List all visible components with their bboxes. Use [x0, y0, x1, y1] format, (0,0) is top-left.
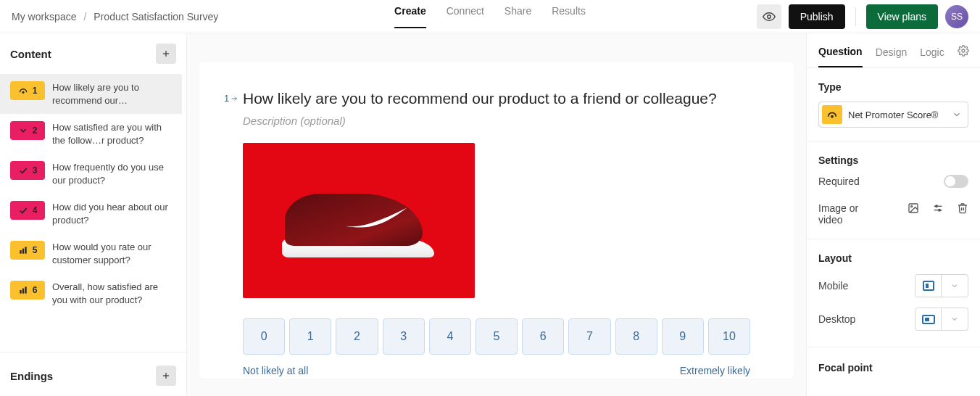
gauge-icon [826, 109, 838, 120]
divider [855, 7, 856, 26]
settings-label: Settings [818, 154, 968, 166]
question-item-3[interactable]: 3 How frequently do you use our product? [0, 154, 182, 194]
question-description[interactable]: Description (optional) [243, 115, 750, 127]
media-label: Image or video [818, 202, 876, 226]
scale-option-6[interactable]: 6 [522, 318, 564, 355]
svg-point-0 [767, 15, 771, 18]
question-item-2[interactable]: 2 How satisfied are you with the follow…… [0, 114, 182, 154]
scale-option-9[interactable]: 9 [662, 318, 704, 355]
chevron-down-icon [18, 125, 28, 136]
filters-button[interactable] [932, 202, 944, 216]
bar-chart-icon [18, 285, 28, 295]
svg-rect-7 [20, 290, 21, 294]
scale-option-8[interactable]: 8 [615, 318, 657, 355]
nps-scale: 0 1 2 3 4 5 6 7 8 9 10 [243, 318, 750, 355]
question-item-5[interactable]: 5 How would you rate our customer suppor… [0, 234, 182, 273]
canvas: 1 How likely are you to recommend our pr… [187, 33, 806, 396]
tab-create[interactable]: Create [394, 5, 426, 28]
view-plans-button[interactable]: View plans [866, 4, 938, 29]
question-number: 6 [33, 285, 38, 295]
question-badge: 2 [10, 121, 45, 140]
tab-results[interactable]: Results [552, 5, 586, 28]
scale-option-1[interactable]: 1 [289, 318, 331, 355]
svg-rect-9 [25, 287, 26, 294]
plus-icon [161, 49, 171, 59]
scale-labels: Not likely at all Extremely likely [243, 365, 750, 376]
scale-option-2[interactable]: 2 [336, 318, 378, 355]
image-icon [908, 202, 919, 214]
publish-button[interactable]: Publish [789, 4, 845, 29]
add-question-button[interactable] [156, 44, 176, 64]
question-badge: 6 [10, 281, 45, 300]
avatar[interactable]: SS [945, 5, 968, 28]
question-label: How would you rate our customer support? [52, 241, 172, 266]
remove-media-button[interactable] [957, 202, 968, 216]
settings-gear-button[interactable] [958, 45, 969, 67]
mobile-layout-select[interactable] [915, 274, 968, 297]
layout-thumbnail-icon [922, 315, 935, 324]
scale-option-7[interactable]: 7 [568, 318, 610, 355]
tab-connect[interactable]: Connect [447, 5, 484, 28]
question-label: How frequently do you use our product? [52, 161, 172, 186]
question-badge: 5 [10, 241, 45, 260]
tab-share[interactable]: Share [504, 5, 531, 28]
scale-high-label[interactable]: Extremely likely [680, 365, 750, 376]
type-value: Net Promoter Score® [848, 110, 946, 120]
required-toggle[interactable] [944, 175, 968, 188]
svg-point-3 [22, 91, 24, 93]
question-item-6[interactable]: 6 Overall, how satisfied are you with ou… [0, 273, 182, 313]
breadcrumb-separator: / [83, 11, 86, 22]
question-type-select[interactable]: Net Promoter Score® [818, 102, 968, 128]
type-badge [822, 105, 842, 124]
add-ending-button[interactable] [156, 366, 176, 386]
svg-point-20 [939, 209, 941, 211]
preview-button[interactable] [757, 4, 781, 29]
plus-icon [161, 371, 171, 381]
endings-heading: Endings [10, 370, 53, 382]
svg-point-14 [831, 116, 833, 117]
form-name[interactable]: Product Satisfaction Survey [94, 11, 218, 22]
image-settings-button[interactable] [908, 202, 919, 216]
question-item-4[interactable]: 4 How did you hear about our product? [0, 194, 182, 234]
required-label: Required [818, 176, 860, 187]
question-badge: 1 [10, 81, 45, 100]
content-heading: Content [10, 48, 51, 60]
question-badge: 3 [10, 161, 45, 180]
question-card[interactable]: 1 How likely are you to recommend our pr… [199, 62, 794, 379]
chevron-down-icon [952, 110, 962, 120]
svg-rect-5 [22, 249, 23, 254]
question-item-1[interactable]: 1 How likely are you to recommend our… [0, 74, 182, 114]
question-title[interactable]: How likely are you to recommend our prod… [243, 88, 750, 109]
type-label: Type [818, 81, 968, 93]
question-list[interactable]: 1 How likely are you to recommend our… 2… [0, 74, 186, 349]
tab-question[interactable]: Question [818, 46, 863, 67]
layout-thumbnail-icon [923, 281, 934, 291]
tab-design[interactable]: Design [876, 46, 908, 67]
scale-option-4[interactable]: 4 [429, 318, 471, 355]
bar-chart-icon [18, 245, 28, 255]
scale-option-10[interactable]: 10 [708, 318, 750, 355]
properties-panel: Question Design Logic Type Net Promoter … [806, 33, 980, 396]
tab-logic[interactable]: Logic [920, 46, 944, 67]
mobile-label: Mobile [818, 280, 848, 292]
shoe-illustration [279, 181, 439, 260]
question-number: 1 [33, 86, 38, 96]
svg-point-13 [962, 49, 965, 52]
question-label: Overall, how satisfied are you with our … [52, 281, 172, 306]
scale-option-5[interactable]: 5 [476, 318, 518, 355]
svg-rect-4 [20, 250, 21, 254]
scale-option-3[interactable]: 3 [383, 318, 425, 355]
question-label: How likely are you to recommend our… [52, 81, 172, 107]
question-number: 5 [33, 245, 38, 255]
svg-point-19 [936, 205, 938, 207]
question-number: 3 [33, 165, 38, 176]
workspace-link[interactable]: My workspace [12, 11, 76, 22]
divider [0, 352, 186, 352]
question-image[interactable] [243, 143, 475, 298]
gauge-icon [18, 86, 28, 96]
focal-point-label: Focal point [807, 350, 980, 374]
scale-option-0[interactable]: 0 [243, 318, 285, 355]
desktop-layout-select[interactable] [915, 308, 968, 331]
divider [807, 347, 980, 347]
scale-low-label[interactable]: Not likely at all [243, 365, 308, 376]
